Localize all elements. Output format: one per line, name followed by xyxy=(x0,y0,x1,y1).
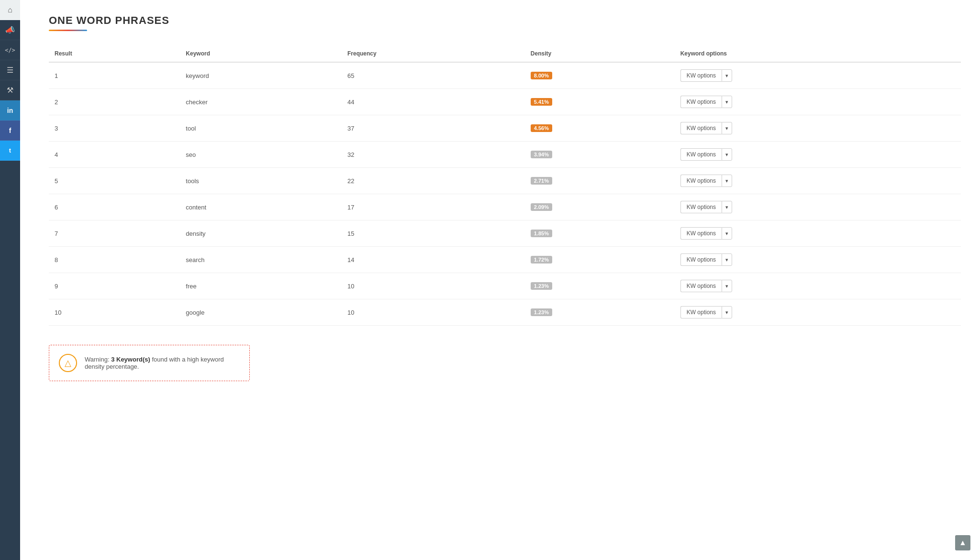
kw-options-button[interactable]: KW options xyxy=(680,201,722,213)
sidebar-item-code[interactable]: </> xyxy=(0,40,20,60)
cell-density: 8.00% xyxy=(525,62,675,89)
kw-options-group: KW options▾ xyxy=(680,148,955,161)
kw-options-group: KW options▾ xyxy=(680,175,955,187)
kw-options-dropdown-button[interactable]: ▾ xyxy=(722,280,732,292)
kw-options-button[interactable]: KW options xyxy=(680,280,722,292)
warning-bold: 3 Keyword(s) xyxy=(111,356,150,363)
cell-frequency: 32 xyxy=(342,142,525,168)
cell-frequency: 37 xyxy=(342,115,525,142)
table-row: 6content172.09%KW options▾ xyxy=(49,194,961,220)
cell-kw-options: KW options▾ xyxy=(675,247,961,273)
kw-options-button[interactable]: KW options xyxy=(680,227,722,240)
kw-options-button[interactable]: KW options xyxy=(680,175,722,187)
list-icon: ☰ xyxy=(7,66,13,75)
cell-density: 2.71% xyxy=(525,168,675,194)
cell-keyword: free xyxy=(180,273,342,299)
sidebar-item-list[interactable]: ☰ xyxy=(0,60,20,80)
cell-kw-options: KW options▾ xyxy=(675,62,961,89)
density-badge: 1.23% xyxy=(531,282,552,290)
kw-options-group: KW options▾ xyxy=(680,280,955,292)
cell-result: 3 xyxy=(49,115,180,142)
kw-options-dropdown-button[interactable]: ▾ xyxy=(722,306,732,318)
cell-keyword: content xyxy=(180,194,342,220)
warning-container: △ Warning: 3 Keyword(s) found with a hig… xyxy=(49,345,961,381)
main-content: ONE WORD PHRASES Result Keyword Frequenc… xyxy=(20,0,980,560)
kw-options-group: KW options▾ xyxy=(680,306,955,318)
density-badge: 1.23% xyxy=(531,308,552,316)
cell-density: 3.94% xyxy=(525,142,675,168)
table-row: 10google101.23%KW options▾ xyxy=(49,299,961,326)
cell-keyword: density xyxy=(180,220,342,247)
cell-density: 1.85% xyxy=(525,220,675,247)
cell-density: 4.56% xyxy=(525,115,675,142)
table-row: 2checker445.41%KW options▾ xyxy=(49,89,961,115)
kw-options-dropdown-button[interactable]: ▾ xyxy=(722,148,732,161)
col-keyword: Keyword xyxy=(180,45,342,62)
kw-options-dropdown-button[interactable]: ▾ xyxy=(722,96,732,108)
warning-box: △ Warning: 3 Keyword(s) found with a hig… xyxy=(49,345,250,381)
sidebar-item-megaphone[interactable]: 📣 xyxy=(0,20,20,40)
kw-options-button[interactable]: KW options xyxy=(680,96,722,108)
sidebar-item-twitter[interactable]: t xyxy=(0,141,20,161)
table-header-row: Result Keyword Frequency Density Keyword… xyxy=(49,45,961,62)
cell-result: 7 xyxy=(49,220,180,247)
sidebar-item-facebook[interactable]: f xyxy=(0,121,20,141)
scroll-to-top-button[interactable]: ▲ xyxy=(955,535,970,550)
col-density: Density xyxy=(525,45,675,62)
kw-options-dropdown-button[interactable]: ▾ xyxy=(722,122,732,134)
density-badge: 1.85% xyxy=(531,230,552,237)
cell-result: 9 xyxy=(49,273,180,299)
density-badge: 2.09% xyxy=(531,203,552,211)
cell-frequency: 17 xyxy=(342,194,525,220)
cell-kw-options: KW options▾ xyxy=(675,89,961,115)
cell-frequency: 10 xyxy=(342,299,525,326)
kw-options-dropdown-button[interactable]: ▾ xyxy=(722,201,732,213)
cell-kw-options: KW options▾ xyxy=(675,220,961,247)
cell-kw-options: KW options▾ xyxy=(675,273,961,299)
tools-icon: ⚒ xyxy=(7,86,13,95)
kw-options-dropdown-button[interactable]: ▾ xyxy=(722,69,732,82)
kw-options-button[interactable]: KW options xyxy=(680,148,722,161)
table-row: 7density151.85%KW options▾ xyxy=(49,220,961,247)
table-row: 5tools222.71%KW options▾ xyxy=(49,168,961,194)
kw-options-dropdown-button[interactable]: ▾ xyxy=(722,253,732,266)
kw-options-group: KW options▾ xyxy=(680,96,955,108)
cell-keyword: google xyxy=(180,299,342,326)
cell-kw-options: KW options▾ xyxy=(675,142,961,168)
facebook-icon: f xyxy=(9,127,11,134)
linkedin-icon: in xyxy=(7,107,13,114)
cell-result: 1 xyxy=(49,62,180,89)
cell-keyword: tool xyxy=(180,115,342,142)
kw-options-group: KW options▾ xyxy=(680,69,955,82)
sidebar-item-tools[interactable]: ⚒ xyxy=(0,80,20,100)
table-row: 9free101.23%KW options▾ xyxy=(49,273,961,299)
cell-kw-options: KW options▾ xyxy=(675,115,961,142)
kw-options-dropdown-button[interactable]: ▾ xyxy=(722,175,732,187)
home-icon: ⌂ xyxy=(8,6,12,14)
keyword-table: Result Keyword Frequency Density Keyword… xyxy=(49,45,961,326)
cell-keyword: keyword xyxy=(180,62,342,89)
cell-result: 10 xyxy=(49,299,180,326)
cell-keyword: checker xyxy=(180,89,342,115)
warning-prefix: Warning: xyxy=(85,356,111,363)
col-kw-options: Keyword options xyxy=(675,45,961,62)
cell-frequency: 10 xyxy=(342,273,525,299)
cell-kw-options: KW options▾ xyxy=(675,168,961,194)
density-badge: 3.94% xyxy=(531,151,552,158)
title-underline xyxy=(49,30,87,31)
col-frequency: Frequency xyxy=(342,45,525,62)
kw-options-button[interactable]: KW options xyxy=(680,69,722,82)
megaphone-icon: 📣 xyxy=(5,25,15,34)
kw-options-group: KW options▾ xyxy=(680,253,955,266)
kw-options-button[interactable]: KW options xyxy=(680,253,722,266)
kw-options-dropdown-button[interactable]: ▾ xyxy=(722,227,732,240)
kw-options-group: KW options▾ xyxy=(680,201,955,213)
sidebar-item-home[interactable]: ⌂ xyxy=(0,0,20,20)
code-icon: </> xyxy=(5,47,15,54)
cell-frequency: 22 xyxy=(342,168,525,194)
kw-options-button[interactable]: KW options xyxy=(680,306,722,318)
sidebar-item-linkedin[interactable]: in xyxy=(0,100,20,121)
kw-options-button[interactable]: KW options xyxy=(680,122,722,134)
twitter-icon: t xyxy=(9,147,11,154)
cell-result: 2 xyxy=(49,89,180,115)
